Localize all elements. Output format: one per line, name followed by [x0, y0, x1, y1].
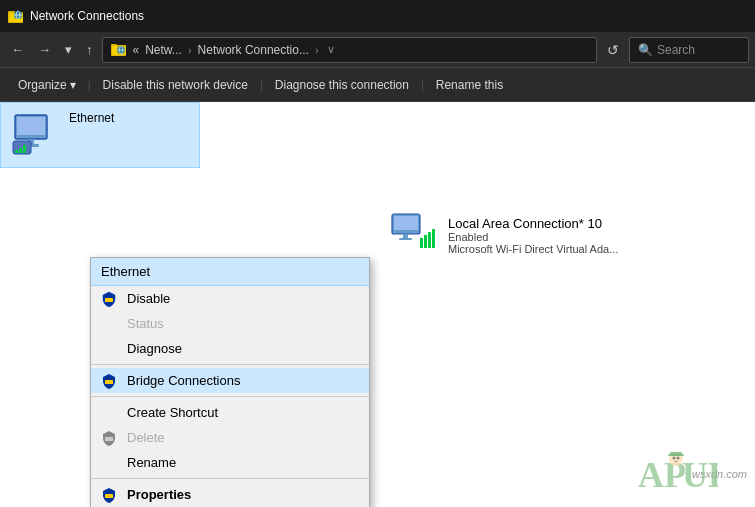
context-menu-properties[interactable]: Properties [91, 482, 369, 507]
diagnose-label: Diagnose [127, 341, 182, 356]
context-menu-status[interactable]: Status [91, 311, 369, 336]
bridge-label: Bridge Connections [127, 373, 240, 388]
context-sep-2 [91, 396, 369, 397]
svg-point-38 [672, 457, 675, 460]
breadcrumb-sep2: › [315, 44, 319, 56]
context-sep-3 [91, 478, 369, 479]
context-sep-1 [91, 364, 369, 365]
ethernet-item[interactable]: Ethernet [0, 102, 200, 168]
toolbar-sep3: | [419, 79, 426, 91]
lac-desc: Microsoft Wi-Fi Direct Virtual Ada... [448, 243, 618, 255]
shield-disable-icon [101, 291, 117, 307]
address-chevron-icon: ∨ [327, 43, 335, 56]
toolbar: Organize ▾ | Disable this network device… [0, 68, 755, 102]
svg-rect-20 [19, 148, 22, 153]
context-menu: Ethernet Disable Status Diagnose [90, 257, 370, 507]
context-menu-disable[interactable]: Disable [91, 286, 369, 311]
svg-rect-32 [105, 380, 113, 384]
lac-icon [390, 212, 438, 260]
back-button[interactable]: ← [6, 40, 29, 59]
breadcrumb-netw: Netw... [145, 43, 182, 57]
toolbar-sep2: | [258, 79, 265, 91]
svg-rect-31 [105, 298, 113, 302]
lac-info: Local Area Connection* 10 Enabled Micros… [448, 216, 618, 255]
svg-rect-33 [105, 437, 113, 441]
watermark: A P ULS wsxdn.com [638, 449, 747, 499]
context-menu-rename[interactable]: Rename [91, 450, 369, 475]
status-label: Status [127, 316, 164, 331]
svg-text:A: A [638, 455, 664, 495]
svg-rect-28 [424, 235, 427, 248]
svg-text:ULS: ULS [682, 455, 718, 495]
address-folder-icon [111, 43, 127, 57]
svg-rect-34 [105, 494, 113, 498]
ethernet-name: Ethernet [69, 111, 114, 125]
context-menu-header: Ethernet [91, 258, 369, 286]
svg-rect-25 [403, 234, 408, 238]
organize-arrow-icon: ▾ [70, 78, 76, 92]
svg-rect-21 [23, 145, 26, 153]
breadcrumb-part1: « [133, 43, 140, 57]
up-button[interactable]: ↑ [81, 40, 98, 59]
lac-name: Local Area Connection* 10 [448, 216, 618, 231]
context-menu-diagnose[interactable]: Diagnose [91, 336, 369, 361]
shortcut-label: Create Shortcut [127, 405, 218, 420]
ethernet-icon [11, 111, 59, 159]
lac-status: Enabled [448, 231, 618, 243]
rename-button[interactable]: Rename this [426, 74, 513, 96]
svg-rect-14 [17, 117, 45, 135]
delete-label: Delete [127, 430, 165, 445]
svg-rect-30 [432, 229, 435, 248]
context-menu-delete[interactable]: Delete [91, 425, 369, 450]
search-placeholder: Search [657, 43, 695, 57]
dropdown-button[interactable]: ▾ [60, 40, 77, 59]
forward-button[interactable]: → [33, 40, 56, 59]
svg-rect-29 [428, 232, 431, 248]
disable-label: Disable [127, 291, 170, 306]
disable-network-button[interactable]: Disable this network device [93, 74, 258, 96]
rename-label: Rename [127, 455, 176, 470]
shield-properties-icon [101, 487, 117, 503]
svg-rect-27 [420, 238, 423, 248]
shield-delete-icon [101, 430, 117, 446]
organize-button[interactable]: Organize ▾ [8, 74, 86, 96]
toolbar-sep1: | [86, 79, 93, 91]
lac-item[interactable]: Local Area Connection* 10 Enabled Micros… [380, 204, 628, 268]
title-folder-icon [8, 8, 24, 24]
diagnose-button[interactable]: Diagnose this connection [265, 74, 419, 96]
svg-rect-19 [15, 150, 18, 153]
svg-rect-26 [399, 238, 412, 240]
context-menu-bridge[interactable]: Bridge Connections [91, 368, 369, 393]
address-bar: ← → ▾ ↑ « Netw... › Network Connectio...… [0, 32, 755, 68]
svg-rect-24 [394, 216, 418, 230]
shield-bridge-icon [101, 373, 117, 389]
main-content: Ethernet Local Area Connection* 10 Enabl… [0, 102, 755, 507]
svg-point-39 [676, 457, 679, 460]
refresh-button[interactable]: ↺ [601, 40, 625, 60]
title-bar: Network Connections [0, 0, 755, 32]
breadcrumb-connections: Network Connectio... [198, 43, 309, 57]
address-box[interactable]: « Netw... › Network Connectio... › ∨ [102, 37, 598, 63]
context-menu-shortcut[interactable]: Create Shortcut [91, 400, 369, 425]
title-text: Network Connections [30, 9, 144, 23]
properties-label: Properties [127, 487, 191, 502]
search-box[interactable]: 🔍 Search [629, 37, 749, 63]
watermark-logo: A P ULS [638, 449, 718, 499]
breadcrumb-sep1: › [188, 44, 192, 56]
search-icon: 🔍 [638, 43, 653, 57]
